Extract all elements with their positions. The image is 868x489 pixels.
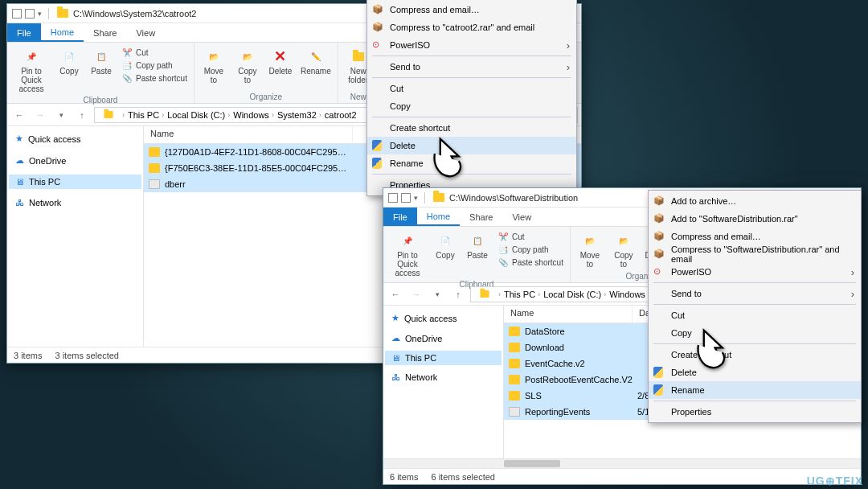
crumb[interactable]: System32› — [277, 110, 321, 120]
qat-button[interactable] — [401, 193, 411, 203]
back-button[interactable]: ← — [387, 286, 404, 303]
copy-path-button[interactable]: 📑Copy path — [120, 59, 189, 72]
copy-button[interactable]: 📄Copy — [55, 46, 83, 77]
crumb[interactable]: Windows› — [609, 290, 650, 299]
tab-home[interactable]: Home — [417, 208, 460, 226]
crumb[interactable]: Local Disk (C:)› — [167, 110, 230, 120]
group-label: Clipboard — [12, 95, 189, 105]
context-menu-item[interactable]: 📦Compress to "SoftwareDistribution.rar" … — [649, 245, 861, 263]
context-menu-item[interactable]: 📦Compress to "catroot2.rar" and email — [367, 18, 576, 36]
qat-button[interactable] — [25, 9, 35, 18]
nav-quick-access[interactable]: ★Quick access — [9, 131, 141, 146]
shield-icon — [653, 384, 665, 396]
col-name[interactable]: Name — [144, 126, 353, 143]
context-menu-item[interactable]: Cut — [649, 306, 861, 324]
context-menu-item[interactable]: ⊙PowerISO — [367, 36, 576, 54]
paste-shortcut-button[interactable]: 📎Paste shortcut — [496, 256, 565, 269]
watermark: UG⊕TFIX — [807, 475, 863, 487]
file-icon — [509, 407, 520, 417]
move-to-button[interactable]: 📂Move to — [575, 230, 604, 270]
tab-file[interactable]: File — [383, 208, 417, 226]
recent-button[interactable]: ▾ — [428, 286, 446, 303]
system-menu-icon[interactable] — [12, 9, 22, 18]
paste-button[interactable]: 📋Paste — [464, 230, 491, 261]
crumb[interactable]: This PC› — [504, 290, 540, 299]
context-menu-item[interactable]: Properties — [649, 403, 861, 421]
archive-icon: 📦 — [653, 195, 665, 207]
tab-view[interactable]: View — [502, 208, 541, 226]
folder-icon — [433, 193, 444, 202]
crumb[interactable]: Windows› — [233, 110, 274, 120]
context-menu-item[interactable]: Copy — [367, 97, 576, 115]
ribbon-group-clipboard: 📌Pin to Quick access 📄Copy 📋Paste ✂️Cut … — [7, 43, 194, 103]
up-button[interactable]: ↑ — [73, 106, 91, 124]
cut-button[interactable]: ✂️Cut — [120, 46, 189, 59]
forward-button[interactable]: → — [407, 286, 425, 303]
context-menu-item[interactable]: Create shortcut — [649, 346, 861, 364]
cut-button[interactable]: ✂️Cut — [496, 230, 565, 243]
system-menu-icon[interactable] — [388, 193, 398, 203]
ribbon-group-organize: 📂Move to 📂Copy to ✕Delete ✏️Rename Organ… — [194, 43, 338, 103]
quick-access-toolbar[interactable]: ▾ — [388, 192, 428, 203]
folder-icon — [509, 327, 520, 336]
shield-icon — [372, 140, 383, 151]
context-menu-item[interactable]: Rename — [649, 381, 861, 399]
tab-view[interactable]: View — [126, 23, 165, 42]
context-menu-item[interactable]: ⊙PowerISO — [649, 263, 861, 281]
nav-network[interactable]: 🖧Network — [9, 195, 141, 210]
folder-icon — [509, 359, 520, 368]
status-bar: 6 items 6 items selected — [383, 468, 861, 484]
crumb[interactable]: Local Disk (C:)› — [543, 290, 606, 299]
archive-icon: 📦 — [372, 22, 383, 33]
recent-button[interactable]: ▾ — [52, 106, 70, 124]
nav-network[interactable]: 🖧Network — [385, 370, 502, 384]
shield-icon — [653, 367, 665, 378]
context-menu-item[interactable]: Delete — [649, 364, 861, 381]
copy-to-button[interactable]: 📂Copy to — [233, 46, 262, 86]
paste-shortcut-button[interactable]: 📎Paste shortcut — [120, 72, 189, 84]
tab-share[interactable]: Share — [460, 208, 502, 226]
archive-icon: 📦 — [372, 4, 383, 15]
forward-button[interactable]: → — [31, 106, 49, 124]
crumb[interactable]: This PC› — [128, 110, 164, 120]
pin-button[interactable]: 📌Pin to Quick access — [12, 46, 51, 95]
copy-to-button[interactable]: 📂Copy to — [609, 230, 638, 270]
horizontal-scrollbar[interactable] — [383, 458, 861, 468]
pin-button[interactable]: 📌Pin to Quick access — [388, 230, 427, 279]
nav-onedrive[interactable]: ☁OneDrive — [9, 153, 141, 168]
copy-button[interactable]: 📄Copy — [432, 230, 459, 261]
context-menu: 📦Add to archive…📦Add to "SoftwareDistrib… — [648, 190, 862, 423]
context-menu-item[interactable]: 📦Add to archive… — [649, 192, 861, 210]
col-name[interactable]: Name — [504, 306, 633, 323]
copy-path-button[interactable]: 📑Copy path — [496, 243, 565, 256]
folder-icon — [509, 391, 520, 401]
context-menu-item[interactable]: 📦Compress and email… — [367, 1, 576, 18]
back-button[interactable]: ← — [10, 106, 28, 124]
up-button[interactable]: ↑ — [449, 286, 467, 303]
paste-button[interactable]: 📋Paste — [88, 46, 115, 77]
context-menu-item[interactable]: 📦Add to "SoftwareDistribution.rar" — [649, 210, 861, 228]
context-menu-item[interactable]: Delete — [367, 137, 576, 154]
nav-this-pc[interactable]: 🖥This PC — [385, 351, 502, 365]
context-menu: 📦Compress and email…📦Compress to "catroo… — [366, 0, 577, 196]
delete-button[interactable]: ✕Delete — [267, 46, 294, 77]
nav-onedrive[interactable]: ☁OneDrive — [385, 331, 502, 346]
move-to-button[interactable]: 📂Move to — [199, 46, 228, 86]
context-menu-item[interactable]: 📦Compress and email… — [649, 228, 861, 245]
crumb[interactable]: catroot2 — [325, 110, 357, 120]
nav-this-pc[interactable]: 🖥This PC — [9, 175, 141, 189]
shield-icon — [372, 158, 383, 169]
context-menu-item[interactable]: Send to — [367, 58, 576, 76]
quick-access-toolbar[interactable]: ▾ — [12, 8, 52, 19]
context-menu-item[interactable]: Rename — [367, 154, 576, 172]
rename-button[interactable]: ✏️Rename — [299, 46, 333, 77]
archive-icon: 📦 — [653, 249, 665, 260]
tab-home[interactable]: Home — [41, 23, 84, 42]
tab-file[interactable]: File — [7, 23, 41, 42]
tab-share[interactable]: Share — [84, 23, 126, 42]
context-menu-item[interactable]: Send to — [649, 285, 861, 302]
context-menu-item[interactable]: Create shortcut — [367, 119, 576, 137]
context-menu-item[interactable]: Cut — [367, 80, 576, 97]
nav-quick-access[interactable]: ★Quick access — [385, 310, 502, 326]
context-menu-item[interactable]: Copy — [649, 324, 861, 342]
